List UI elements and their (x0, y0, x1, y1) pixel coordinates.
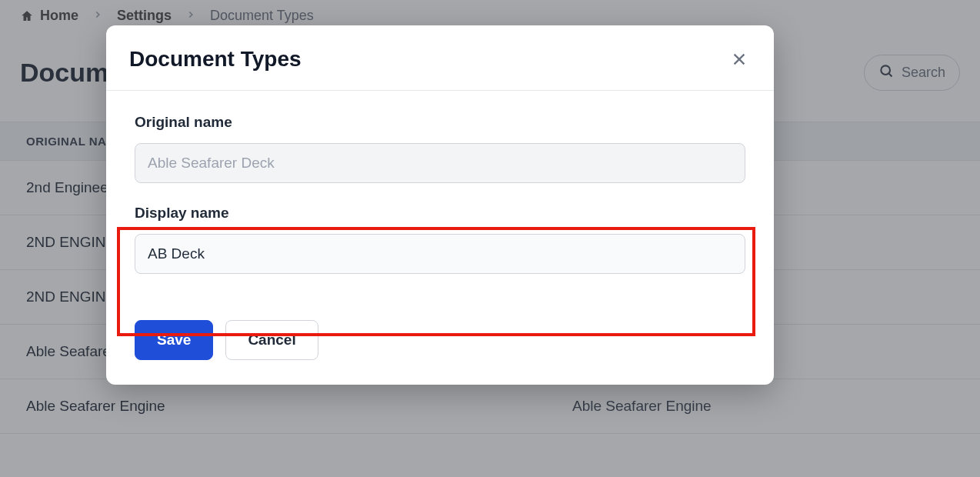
modal-title: Document Types (129, 47, 302, 72)
modal-header: Document Types (106, 25, 774, 91)
modal-actions: Save Cancel (106, 303, 774, 385)
display-name-label: Display name (135, 205, 745, 222)
original-name-label: Original name (135, 114, 745, 131)
modal-body: Original name Display name (106, 91, 774, 303)
edit-document-type-modal: Document Types Original name Display nam… (106, 25, 774, 385)
display-name-input[interactable] (135, 234, 745, 274)
original-name-field: Original name (135, 114, 745, 183)
modal-close-button[interactable] (728, 48, 751, 71)
display-name-field: Display name (135, 205, 745, 274)
cancel-button[interactable]: Cancel (225, 320, 318, 360)
original-name-input (135, 143, 745, 183)
close-icon (731, 51, 748, 68)
save-button[interactable]: Save (135, 320, 213, 360)
